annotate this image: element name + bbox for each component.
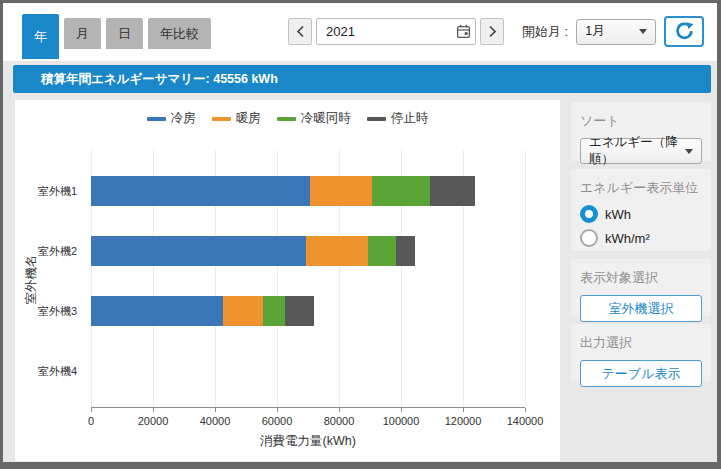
chevron-right-icon bbox=[488, 25, 497, 38]
tick-mark bbox=[525, 408, 526, 412]
unit-card: エネルギー表示単位 kWh kWh/m² bbox=[571, 169, 711, 251]
bar-row bbox=[91, 296, 525, 326]
radio-option-kwh[interactable]: kWh bbox=[580, 205, 702, 223]
bar-segment-冷房 bbox=[91, 236, 306, 266]
x-tick-label: 20000 bbox=[123, 415, 183, 427]
bar-segment-暖房 bbox=[310, 176, 372, 206]
bar-segment-暖房 bbox=[223, 296, 263, 326]
table-view-button[interactable]: テーブル表示 bbox=[580, 360, 702, 387]
unit-label: エネルギー表示単位 bbox=[580, 179, 702, 197]
radio-option-kwh-m2[interactable]: kWh/m² bbox=[580, 229, 702, 247]
start-month-select[interactable]: 1月 bbox=[576, 19, 656, 45]
topbar: 年 月 日 年比較 開始月 : bbox=[3, 3, 717, 61]
legend-marker-simultaneous bbox=[277, 117, 296, 121]
category-label: 室外機2 bbox=[38, 244, 77, 259]
chevron-left-icon bbox=[296, 25, 305, 38]
x-tick-label: 0 bbox=[61, 415, 121, 427]
tab-bar: 年 月 日 年比較 bbox=[22, 14, 216, 59]
target-card: 表示対象選択 室外機選択 bbox=[571, 259, 711, 316]
x-axis-title: 消費電力量(kWh) bbox=[91, 433, 525, 450]
legend-label: 冷房 bbox=[171, 110, 196, 127]
start-month-value: 1月 bbox=[585, 23, 604, 40]
x-tick-label: 80000 bbox=[309, 415, 369, 427]
tick-mark bbox=[153, 408, 154, 412]
tab-year-compare[interactable]: 年比較 bbox=[148, 18, 211, 49]
legend-item-heating[interactable]: 暖房 bbox=[212, 110, 261, 127]
calendar-icon[interactable] bbox=[456, 24, 471, 39]
bar-row bbox=[91, 236, 525, 266]
x-tick-label: 140000 bbox=[495, 415, 555, 427]
x-tick-label: 120000 bbox=[433, 415, 493, 427]
sort-label: ソート bbox=[580, 112, 702, 130]
bar-segment-停止時 bbox=[285, 296, 314, 326]
legend-label: 暖房 bbox=[236, 110, 261, 127]
sort-select[interactable]: エネルギー（降順） bbox=[580, 138, 702, 164]
legend-marker-cooling bbox=[147, 117, 166, 121]
summary-banner-text: 積算年間エネルギーサマリー: 45556 kWh bbox=[13, 71, 278, 88]
x-tick-label: 60000 bbox=[247, 415, 307, 427]
radio-circle-kwh-m2[interactable] bbox=[580, 229, 598, 247]
sort-card: ソート エネルギー（降順） bbox=[571, 102, 711, 161]
date-navigation: 開始月 : 1月 bbox=[288, 18, 656, 45]
app-window: 年 月 日 年比較 開始月 : bbox=[0, 0, 721, 469]
chevron-down-icon bbox=[685, 149, 693, 154]
legend-item-stopped[interactable]: 停止時 bbox=[367, 110, 429, 127]
sort-select-value: エネルギー（降順） bbox=[589, 134, 685, 168]
target-label: 表示対象選択 bbox=[580, 269, 702, 287]
tab-year[interactable]: 年 bbox=[22, 14, 59, 59]
bar-segment-停止時 bbox=[396, 236, 415, 266]
chevron-down-icon bbox=[639, 29, 647, 34]
category-label: 室外機1 bbox=[38, 184, 77, 199]
category-label: 室外機3 bbox=[38, 304, 77, 319]
next-year-button[interactable] bbox=[480, 18, 504, 45]
bar-segment-冷暖同時 bbox=[372, 176, 431, 206]
x-tick-label: 100000 bbox=[371, 415, 431, 427]
tick-mark bbox=[277, 408, 278, 412]
tick-mark bbox=[463, 408, 464, 412]
gridline bbox=[525, 150, 526, 407]
output-card: 出力選択 テーブル表示 bbox=[571, 324, 711, 381]
year-field-wrap bbox=[316, 18, 476, 45]
x-tick-labels: 020000400006000080000100000120000140000 bbox=[91, 415, 525, 429]
summary-banner: 積算年間エネルギーサマリー: 45556 kWh bbox=[13, 65, 711, 93]
tab-day[interactable]: 日 bbox=[106, 18, 143, 49]
bar-segment-冷暖同時 bbox=[368, 236, 396, 266]
legend-item-simultaneous[interactable]: 冷暖同時 bbox=[277, 110, 351, 127]
chart-legend: 冷房 暖房 冷暖同時 停止時 bbox=[15, 110, 560, 127]
tick-mark bbox=[339, 408, 340, 412]
legend-item-cooling[interactable]: 冷房 bbox=[147, 110, 196, 127]
x-tick-label: 40000 bbox=[185, 415, 245, 427]
bar-segment-冷暖同時 bbox=[263, 296, 285, 326]
legend-marker-stopped bbox=[367, 117, 386, 121]
output-label: 出力選択 bbox=[580, 334, 702, 352]
refresh-button[interactable] bbox=[664, 16, 704, 47]
bar-segment-暖房 bbox=[306, 236, 368, 266]
plot-area bbox=[91, 150, 525, 408]
prev-year-button[interactable] bbox=[288, 18, 312, 45]
radio-circle-kwh[interactable] bbox=[580, 205, 598, 223]
bar-row bbox=[91, 356, 525, 386]
bar-segment-冷房 bbox=[91, 176, 310, 206]
year-input[interactable] bbox=[316, 18, 476, 45]
legend-label: 停止時 bbox=[391, 110, 429, 127]
legend-label: 冷暖同時 bbox=[301, 110, 351, 127]
tick-mark bbox=[401, 408, 402, 412]
category-label: 室外機4 bbox=[38, 364, 77, 379]
start-month-label: 開始月 : bbox=[522, 23, 568, 41]
radio-label-kwh: kWh bbox=[605, 207, 631, 222]
bar-segment-冷房 bbox=[91, 296, 223, 326]
tick-mark bbox=[91, 408, 92, 412]
tick-mark bbox=[215, 408, 216, 412]
bar-row bbox=[91, 176, 525, 206]
category-labels: 室外機1室外機2室外機3室外機4 bbox=[15, 150, 85, 408]
chart-panel: 冷房 暖房 冷暖同時 停止時 室外機名 室外機1室外機2室外機3室外機4 020… bbox=[15, 100, 560, 461]
outdoor-unit-select-button[interactable]: 室外機選択 bbox=[580, 295, 702, 322]
bar-segment-停止時 bbox=[430, 176, 475, 206]
tab-month[interactable]: 月 bbox=[64, 18, 101, 49]
refresh-icon bbox=[674, 21, 695, 42]
radio-label-kwh-m2: kWh/m² bbox=[605, 231, 650, 246]
legend-marker-heating bbox=[212, 117, 231, 121]
